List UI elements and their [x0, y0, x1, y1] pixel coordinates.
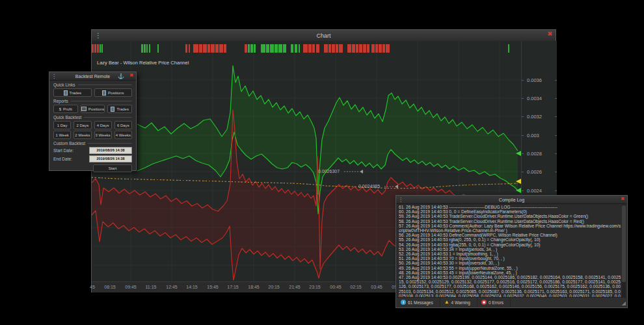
signal-bar: [97, 44, 99, 53]
price-tick-mark: [555, 80, 557, 81]
custom-backtest-header: Custom Backtest: [53, 141, 132, 146]
dollar-icon: $: [59, 107, 61, 111]
log-line: 51. 26 Aug 2019 14:40:53 70 = Input(over…: [399, 256, 623, 261]
signal-bar: [193, 44, 198, 53]
log-title: Compile Log: [396, 198, 627, 202]
price-tick-mark: [555, 190, 557, 191]
backtest-3weeks-button[interactable]: 3 Weeks: [94, 131, 112, 139]
signal-bar: [299, 44, 300, 53]
quick-link-trades-button[interactable]: Trades: [53, 88, 92, 97]
signal-bar: [352, 44, 355, 53]
time-tick-label: 03:45: [371, 285, 382, 289]
log-line: 58. 26 Aug 2019 14:40:53 TradeServer.Clo…: [399, 219, 623, 224]
file-icon: [111, 107, 114, 112]
signal-bar: [250, 44, 253, 53]
end-date-input[interactable]: 2019/08/26 14:38: [89, 155, 132, 162]
signal-bar: [261, 44, 265, 53]
resize-grip[interactable]: ◢: [622, 301, 626, 306]
signal-bar: [270, 44, 274, 53]
signal-bar: [339, 44, 343, 53]
backtest-4weeks-button[interactable]: 4 Weeks: [114, 131, 132, 139]
chart-window-titlebar[interactable]: ⋮ Chart ✖: [92, 30, 556, 42]
backtest-1week-button[interactable]: 1 Week: [53, 131, 71, 139]
reports-header: Reports: [53, 99, 132, 103]
close-icon[interactable]: ✖: [547, 31, 552, 37]
errors-filter[interactable]: ✖ 0 Errors: [477, 298, 511, 307]
signal-bar: [379, 44, 382, 53]
printer-icon: [81, 107, 87, 111]
start-date-input[interactable]: 2019/08/26 14:38: [89, 147, 132, 154]
error-icon: ✖: [481, 300, 487, 305]
window-menu-icon[interactable]: ⋮: [95, 32, 101, 39]
time-tick-label: 18:45: [248, 285, 260, 289]
time-tick-label: 12:45: [166, 285, 178, 289]
price-tick-label: 0.0032: [527, 114, 542, 120]
signal-bar: [324, 44, 328, 53]
warning-icon: ▲: [444, 300, 449, 305]
report-positions-button[interactable]: Positions: [81, 105, 105, 113]
signal-bar: [266, 44, 269, 53]
report-profit-button[interactable]: $ Profit: [53, 105, 78, 113]
log-line: 48. 26 Aug 2019 14:40:53 45 = Input(lowe…: [399, 270, 623, 275]
signal-bar: [316, 44, 319, 53]
log-scrollbar-thumb[interactable]: [622, 205, 626, 282]
backtest-titlebar[interactable]: ⋮ Backtest Remote ⚓ ✖: [49, 72, 136, 81]
signal-bar: [203, 44, 207, 53]
log-line: 53. 26 Aug 2019 14:40:53 34 = Input(peri…: [399, 247, 623, 252]
signal-bar: [254, 44, 256, 53]
anchor-icon[interactable]: ⚓: [118, 73, 124, 79]
signal-bar: [141, 44, 143, 53]
time-tick-label: 08:15: [104, 285, 116, 289]
signal-bar: [248, 44, 250, 53]
price-tick-mark: [522, 98, 524, 99]
signal-bar: [101, 44, 103, 53]
signal-bar: [303, 44, 308, 53]
signal-bar: [329, 44, 331, 53]
quick-links-header: Quick Links: [53, 83, 132, 87]
log-line: 50. 26 Aug 2019 14:40:53 30 = Input(over…: [399, 261, 623, 265]
signal-bar: [100, 44, 101, 53]
quick-link-positions-button[interactable]: Positions: [94, 88, 133, 97]
price-tick-label: 0.0026: [527, 169, 542, 175]
log-line: 60. 26 Aug 2019 14:40:53 0, 0 = DefineEa…: [399, 209, 623, 214]
backtest-6days-button[interactable]: 6 Days: [114, 121, 132, 129]
log-status-bar: i 61 Messages ▲ 4 Warning ✖ 0 Errors ◢: [397, 297, 626, 307]
log-titlebar[interactable]: ⋮ Compile Log ✖: [396, 196, 627, 204]
log-line: 49. 26 Aug 2019 14:40:53 55 = Input(uppe…: [399, 266, 623, 270]
window-menu-icon[interactable]: ⋮: [51, 73, 57, 79]
log-line: 54. 26 Aug 2019 14:40:53 rgba(255, 0, 0,…: [399, 242, 623, 247]
signal-bar: [359, 44, 362, 53]
log-line: 57. 26 Aug 2019 14:40:53 Comment(Author:…: [399, 224, 623, 233]
report-trades-button[interactable]: Trades: [107, 105, 132, 113]
signal-bar: [336, 44, 338, 53]
messages-filter[interactable]: i 61 Messages: [397, 298, 440, 307]
signal-bar: [215, 44, 219, 53]
log-scrollbar[interactable]: [622, 205, 626, 297]
file-icon: [64, 90, 68, 96]
backtest-2weeks-button[interactable]: 2 Weeks: [74, 131, 91, 139]
backtest-2days-button[interactable]: 2 Days: [74, 121, 91, 129]
time-tick-label: 15:45: [207, 285, 219, 289]
price-tick-mark: [522, 135, 524, 136]
close-icon[interactable]: ✖: [129, 73, 133, 78]
warnings-filter[interactable]: ▲ 4 Warning: [440, 298, 477, 307]
log-line: 59. 26 Aug 2019 14:40:53 TradeServer.Clo…: [399, 214, 623, 218]
price-tick-label: 0.0036: [527, 77, 542, 83]
signal-bar: [144, 44, 146, 53]
signal-bar: [149, 44, 150, 53]
start-backtest-button[interactable]: Start: [93, 164, 132, 172]
backtest-4days-button[interactable]: 4 Days: [94, 121, 112, 129]
quick-backtest-header: Quick Backtest: [53, 115, 132, 120]
errors-count: 0 Errors: [489, 300, 503, 305]
warnings-count: 4 Warning: [451, 300, 470, 305]
price-tick-mark: [522, 116, 524, 117]
signal-bar: [245, 44, 247, 53]
start-date-label: Start Date:: [53, 148, 89, 153]
signal-bar: [146, 44, 148, 53]
close-icon[interactable]: ✖: [621, 196, 624, 202]
signal-bar: [94, 44, 96, 53]
time-tick-label: 45: [90, 285, 95, 289]
backtest-1day-button[interactable]: 1 Day: [53, 121, 71, 129]
window-menu-icon[interactable]: ⋮: [398, 197, 403, 203]
indicator-label: Lazy Bear - Wilson Relative Price Channe…: [97, 60, 189, 66]
